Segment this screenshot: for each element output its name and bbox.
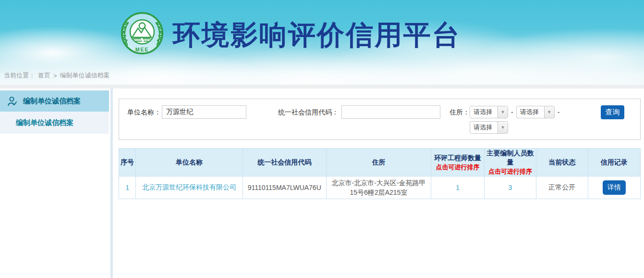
col-header-company: 单位名称 bbox=[136, 149, 243, 177]
company-name-input[interactable] bbox=[162, 105, 246, 119]
col-header-credit-record: 信用记录 bbox=[588, 149, 640, 177]
sort-hint[interactable]: 点击可进行排序 bbox=[432, 163, 483, 172]
cell-engineer-count: 1 bbox=[431, 177, 484, 199]
sidebar-item-label: 编制单位诚信档案 bbox=[23, 97, 81, 106]
brand: MEE 环境影响评价信用平台 bbox=[119, 12, 461, 58]
main-panel: 单位名称： 统一社会信用代码： 住所： 请选择 ▼ - bbox=[113, 88, 644, 278]
person-check-icon bbox=[7, 96, 18, 107]
credit-code-input[interactable] bbox=[341, 105, 440, 119]
col-header-engineer-count-sortable[interactable]: 环评工程师数量 点击可进行排序 bbox=[431, 149, 484, 177]
engineer-count-link[interactable]: 1 bbox=[456, 184, 460, 191]
search-form: 单位名称： 统一社会信用代码： 住所： 请选择 ▼ - bbox=[119, 99, 641, 140]
cell-address: 北京市-北京市-大兴区-金苑路甲15号6幢2层A215室 bbox=[326, 177, 431, 199]
sidebar: 编制单位诚信档案 编制单位诚信档案 bbox=[0, 88, 109, 278]
breadcrumb-current: 编制单位诚信档案 bbox=[60, 71, 110, 80]
col-header-staff-count-sortable[interactable]: 主要编制人员数量 点击可进行排序 bbox=[484, 149, 536, 177]
detail-button[interactable]: 详情 bbox=[603, 180, 626, 195]
company-name-label: 单位名称： bbox=[127, 105, 161, 119]
company-link[interactable]: 北京万源世纪环保科技有限公司 bbox=[142, 183, 236, 191]
sidebar-subitem-label: 编制单位诚信档案 bbox=[16, 118, 73, 127]
credit-code-label: 统一社会信用代码： bbox=[278, 105, 339, 119]
district-select[interactable]: 请选择 ▼ bbox=[470, 121, 508, 134]
province-select[interactable]: 请选择 ▼ bbox=[470, 106, 508, 118]
breadcrumb-prefix: 当前位置： bbox=[4, 71, 35, 80]
cell-staff-count: 3 bbox=[484, 177, 536, 199]
breadcrumb-separator: > bbox=[53, 72, 57, 79]
mee-logo-icon: MEE bbox=[119, 12, 165, 58]
cell-index: 1 bbox=[119, 177, 136, 199]
search-button[interactable]: 查询 bbox=[601, 105, 624, 119]
chevron-down-icon[interactable]: ▼ bbox=[544, 106, 554, 118]
svg-text:MEE: MEE bbox=[135, 47, 149, 52]
table-row: 1 北京万源世纪环保科技有限公司 91110115MA7LWUA76U 北京市-… bbox=[119, 177, 641, 199]
col-header-index: 序号 bbox=[119, 149, 136, 177]
cell-status: 正常公开 bbox=[536, 177, 588, 199]
chevron-down-icon[interactable]: ▼ bbox=[498, 122, 508, 133]
col-header-status: 当前状态 bbox=[536, 149, 588, 177]
breadcrumb-home-link[interactable]: 首页 bbox=[38, 71, 50, 80]
address-dash: - bbox=[558, 105, 560, 119]
chevron-down-icon[interactable]: ▼ bbox=[498, 106, 508, 118]
results-table: 序号 单位名称 统一社会信用代码 住所 环评工程师数量 点击可进行排序 主要编制… bbox=[119, 148, 641, 199]
breadcrumb: 当前位置： 首页 > 编制单位诚信档案 bbox=[4, 71, 110, 80]
address-label: 住所： bbox=[450, 105, 470, 119]
sidebar-item-unit-credit-archive[interactable]: 编制单位诚信档案 bbox=[0, 90, 109, 112]
cell-credit-code: 91110115MA7LWUA76U bbox=[243, 177, 326, 199]
sidebar-subitem-unit-credit-archive[interactable]: 编制单位诚信档案 bbox=[0, 112, 109, 134]
cell-credit-record: 详情 bbox=[588, 177, 640, 199]
table-header-row: 序号 单位名称 统一社会信用代码 住所 环评工程师数量 点击可进行排序 主要编制… bbox=[119, 149, 641, 177]
staff-count-link[interactable]: 3 bbox=[509, 184, 512, 191]
page-title: 环境影响评价信用平台 bbox=[173, 12, 461, 58]
address-dash: - bbox=[511, 105, 513, 119]
col-header-credit-code: 统一社会信用代码 bbox=[243, 149, 326, 177]
col-header-address: 住所 bbox=[326, 149, 431, 177]
city-select[interactable]: 请选择 ▼ bbox=[516, 106, 555, 118]
cell-company: 北京万源世纪环保科技有限公司 bbox=[136, 177, 243, 199]
header-divider bbox=[0, 85, 644, 88]
header-banner: MEE 环境影响评价信用平台 当前位置： 首页 > 编制单位诚信档案 bbox=[0, 0, 644, 85]
sort-hint[interactable]: 点击可进行排序 bbox=[486, 167, 535, 176]
